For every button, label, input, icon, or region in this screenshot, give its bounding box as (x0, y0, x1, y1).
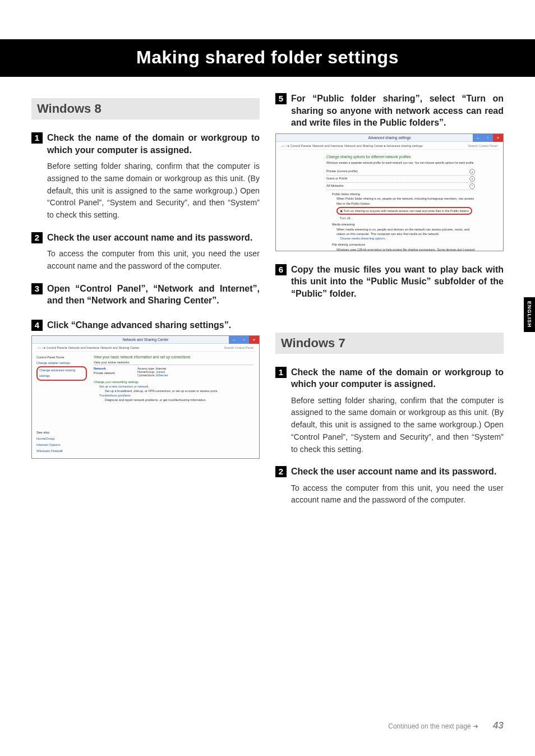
step-title: Check the user account name and its pass… (291, 465, 496, 478)
page-title-band: Making shared folder settings (0, 39, 535, 77)
language-tab: ENGLISH (524, 297, 535, 332)
profile-private[interactable]: Private (current profile) (326, 169, 358, 174)
view-active-label: View your active networks (94, 361, 253, 365)
step-title: Copy the music files you want to play ba… (291, 264, 504, 300)
search-input[interactable]: Search Control Panel (468, 142, 497, 149)
settings-heading: Change sharing options for different net… (326, 154, 475, 160)
file-sharing-connections-label: File sharing connections (332, 242, 475, 247)
see-also-windows-firewall[interactable]: Windows Firewall (36, 448, 63, 454)
public-folder-sharing-desc: When Public folder sharing is on, people… (336, 196, 475, 206)
screenshot-network-sharing-center: Network and Sharing Center – ▫ × ‹ › ↑ ▸… (31, 335, 260, 459)
win8-step-2: 2 Check the user account name and its pa… (31, 232, 260, 244)
step-title: Check the name of the domain or workgrou… (47, 132, 260, 156)
right-column: 5 For “Public folder sharing”, select “T… (275, 93, 504, 517)
step-number-icon: 1 (275, 367, 287, 378)
see-also-internet-options[interactable]: Internet Options (36, 442, 63, 448)
turn-on-public-sharing-radio[interactable]: ◉ Turn on sharing so anyone with network… (336, 207, 472, 215)
section-heading-win7: Windows 7 (275, 333, 504, 354)
setup-connection-link[interactable]: Set up a new connection or network (99, 385, 253, 388)
screenshot-advanced-sharing: Advanced sharing settings – ▫ × ‹ › ↑ ▸ … (275, 133, 504, 251)
settings-body: Change sharing options for different net… (321, 151, 481, 251)
troubleshoot-sub: Diagnose and repair network problems, or… (105, 398, 253, 402)
win8-step-6: 6 Copy the music files you want to play … (275, 264, 504, 300)
left-column: Windows 8 1 Check the name of the domain… (31, 93, 260, 517)
close-icon[interactable]: × (493, 134, 503, 142)
profile-all-networks[interactable]: All Networks (326, 183, 344, 189)
media-streaming-desc: When media streaming is on, people and d… (336, 227, 475, 237)
win7-step-1: 1 Check the name of the domain or workgr… (275, 366, 504, 390)
page-number: 43 (493, 720, 504, 731)
minimize-icon[interactable]: – (229, 336, 239, 344)
content-columns: Windows 8 1 Check the name of the domain… (0, 93, 535, 517)
win8-step-4: 4 Click “Change advanced sharing setting… (31, 319, 260, 331)
breadcrumb-bar: ‹ › ↑ ▸ Control Panel ▸ Network and Inte… (35, 344, 256, 352)
troubleshoot-link[interactable]: Troubleshoot problems (99, 394, 253, 397)
ethernet-link[interactable]: Ethernet (156, 374, 168, 377)
win7-step-2: 2 Check the user account name and its pa… (275, 465, 504, 478)
maximize-icon[interactable]: ▫ (239, 336, 249, 344)
setup-connection-sub: Set up a broadband, dial-up, or VPN conn… (105, 389, 253, 393)
breadcrumb-bar: ‹ › ↑ ▸ Control Panel ▸ Network and Inte… (279, 142, 500, 150)
step-title: Check the user account name and its pass… (47, 232, 252, 244)
win8-step-3: 3 Open “Control Panel”, “Network and Int… (31, 283, 260, 307)
window-title: Network and Sharing Center (32, 336, 259, 344)
profile-guest[interactable]: Guest or Public (326, 176, 348, 182)
file-sharing-connections-desc: Windows uses 128-bit encryption to help … (336, 247, 475, 251)
window-buttons: – ▫ × (473, 134, 503, 142)
breadcrumb[interactable]: ‹ › ↑ ▸ Control Panel ▸ Network and Inte… (282, 142, 423, 149)
maximize-icon[interactable]: ▫ (483, 134, 493, 142)
step-number-icon: 4 (31, 320, 43, 331)
chevron-up-icon[interactable]: ^ (469, 183, 475, 189)
chevron-down-icon[interactable]: v (469, 169, 475, 174)
step-title: For “Public folder sharing”, select “Tur… (291, 93, 504, 129)
close-icon[interactable]: × (249, 336, 259, 344)
step-body: Before setting folder sharing, confirm t… (47, 160, 260, 221)
window-title: Advanced sharing settings (276, 134, 503, 142)
sidebar-adapter[interactable]: Change adapter settings (36, 361, 87, 366)
connections-label: Connections: (137, 374, 155, 377)
continued-label: Continued on the next page ➜ (388, 722, 478, 730)
minimize-icon[interactable]: – (473, 134, 483, 142)
change-net-heading: Change your networking settings (94, 380, 253, 384)
sidebar-change-advanced[interactable]: Change advanced sharing settings (36, 366, 87, 381)
step-number-icon: 3 (31, 283, 43, 294)
step-number-icon: 6 (275, 264, 287, 275)
page-footer: Continued on the next page ➜ 43 (31, 720, 504, 731)
public-folder-sharing-label: Public folder sharing (332, 192, 475, 196)
main-panel: View your basic network information and … (94, 355, 253, 403)
step-number-icon: 2 (31, 232, 43, 243)
step-body: To access the computer from this unit, y… (291, 482, 504, 506)
step-title: Click “Change advanced sharing settings”… (47, 319, 231, 331)
media-streaming-link[interactable]: Choose media streaming options... (340, 236, 475, 241)
window-buttons: – ▫ × (229, 336, 259, 344)
step-title: Check the name of the domain or workgrou… (291, 366, 504, 390)
sidebar: Control Panel Home Change adapter settin… (36, 355, 87, 381)
step-title: Open “Control Panel”, “Network and Inter… (47, 283, 260, 307)
settings-sub: Windows creates a separate network profi… (326, 161, 475, 165)
media-streaming-label: Media streaming (332, 222, 475, 227)
page-title: Making shared folder settings (0, 47, 535, 68)
step-body: Before setting folder sharing, confirm t… (291, 395, 504, 455)
step-number-icon: 1 (31, 132, 43, 144)
network-kind: Private network (94, 371, 115, 375)
see-also-label: See also (36, 430, 63, 436)
win8-step-5: 5 For “Public folder sharing”, select “T… (275, 93, 504, 129)
see-also-homegroup[interactable]: HomeGroup (36, 436, 63, 442)
step-body: To access the computer from this unit, y… (47, 248, 260, 272)
section-heading-win8: Windows 8 (31, 98, 260, 119)
step-number-icon: 5 (275, 93, 287, 104)
search-input[interactable]: Search Control Panel (224, 344, 253, 351)
turn-off-public-sharing-radio[interactable]: Turn off... (340, 216, 475, 220)
chevron-down-icon[interactable]: v (469, 176, 475, 182)
network-name[interactable]: Network (94, 367, 115, 370)
sidebar-home[interactable]: Control Panel Home (36, 355, 87, 361)
see-also: See also HomeGroup Internet Options Wind… (36, 430, 63, 454)
breadcrumb[interactable]: ‹ › ↑ ▸ Control Panel ▸ Network and Inte… (38, 344, 139, 351)
step-number-icon: 2 (275, 466, 287, 477)
main-heading: View your basic network information and … (94, 355, 253, 359)
win8-step-1: 1 Check the name of the domain or workgr… (31, 132, 260, 156)
